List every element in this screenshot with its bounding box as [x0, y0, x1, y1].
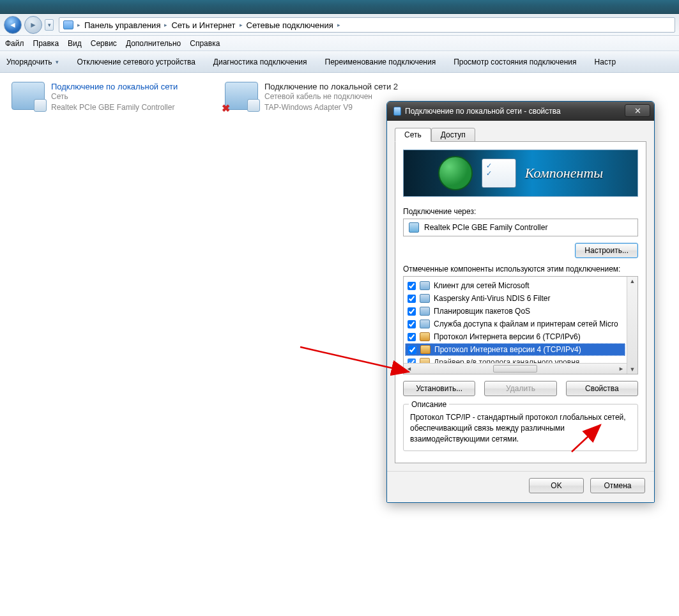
adapter-title-icon: [393, 107, 401, 116]
client-icon: [420, 320, 430, 328]
arrow-right-icon: ►: [29, 20, 37, 29]
component-row[interactable]: Клиент для сетей Microsoft: [405, 279, 625, 292]
network-adapter-icon: ✖: [225, 82, 258, 110]
scrollbar-thumb[interactable]: [493, 365, 538, 373]
component-row[interactable]: Протокол Интернета версии 6 (TCP/IPv6): [405, 330, 625, 343]
dialog-body: Сеть Доступ Компоненты Подключение через…: [387, 121, 654, 471]
component-buttons: Установить... Удалить Свойства: [403, 381, 638, 396]
configure-button[interactable]: Настроить...: [575, 243, 638, 258]
menu-service[interactable]: Сервис: [91, 39, 117, 48]
components-label: Отмеченные компоненты используются этим …: [403, 265, 638, 273]
cmd-status[interactable]: Просмотр состояния подключения: [454, 58, 576, 66]
menu-file[interactable]: Файл: [5, 39, 24, 48]
component-checkbox[interactable]: [408, 282, 416, 290]
component-checkbox[interactable]: [408, 320, 416, 328]
dialog-title-bar[interactable]: Подключение по локальной сети - свойства…: [387, 102, 654, 121]
banner-text: Компоненты: [525, 165, 603, 181]
connection-adapter: Realtek PCIe GBE Family Controller: [51, 102, 178, 113]
address-bar[interactable]: ▸ Панель управления ▸ Сеть и Интернет ▸ …: [59, 17, 675, 33]
cmd-organize[interactable]: Упорядочить ▾: [6, 58, 59, 66]
horizontal-scrollbar[interactable]: ◄ ►: [404, 363, 627, 374]
connect-via-label: Подключение через:: [403, 207, 638, 216]
remove-button: Удалить: [484, 381, 556, 396]
protocol-icon: [420, 345, 431, 354]
properties-button[interactable]: Свойства: [566, 381, 638, 396]
back-button[interactable]: ◄: [4, 16, 22, 34]
vertical-scrollbar[interactable]: ▲ ▼: [627, 277, 637, 374]
scroll-up-icon[interactable]: ▲: [630, 278, 636, 284]
connection-adapter: TAP-Windows Adapter V9: [264, 102, 398, 113]
client-icon: [420, 281, 430, 290]
breadcrumb-control-panel[interactable]: Панель управления ▸: [84, 20, 167, 30]
connection-item-lan1[interactable]: Подключение по локальной сети Сеть Realt…: [11, 82, 210, 113]
tab-strip: Сеть Доступ: [395, 128, 646, 142]
tab-access[interactable]: Доступ: [431, 128, 475, 142]
chevron-right-icon: ▸: [164, 22, 167, 28]
adapter-icon: [409, 222, 419, 233]
component-checkbox[interactable]: [408, 295, 416, 303]
forward-button[interactable]: ►: [24, 16, 42, 34]
breadcrumb-network-connections[interactable]: Сетевые подключения ▸: [247, 20, 340, 30]
menu-edit[interactable]: Правка: [33, 39, 59, 48]
tab-panel-network: Компоненты Подключение через: Realtek PC…: [395, 141, 646, 463]
component-name: Планировщик пакетов QoS: [434, 307, 530, 316]
breadcrumb-label: Панель управления: [84, 20, 160, 30]
component-name: Клиент для сетей Microsoft: [434, 281, 530, 290]
breadcrumb-network-internet[interactable]: Сеть и Интернет ▸: [171, 20, 242, 30]
connection-properties-dialog: Подключение по локальной сети - свойства…: [386, 101, 655, 503]
globe-icon: [438, 156, 473, 190]
client-icon: [420, 307, 430, 316]
component-name: Протокол Интернета версии 6 (TCP/IPv6): [434, 332, 581, 341]
dialog-title: Подключение по локальной сети - свойства: [405, 107, 561, 116]
breadcrumb-label: Сетевые подключения: [247, 20, 333, 30]
protocol-icon: [420, 332, 430, 341]
menu-advanced[interactable]: Дополнительно: [126, 39, 181, 48]
breadcrumb-label: Сеть и Интернет: [171, 20, 235, 30]
dialog-close-button[interactable]: ✕: [625, 104, 650, 117]
component-name: Служба доступа к файлам и принтерам сете…: [434, 320, 618, 328]
menu-bar: Файл Правка Вид Сервис Дополнительно Спр…: [0, 36, 679, 51]
component-checkbox[interactable]: [408, 346, 416, 354]
navigation-bar: ◄ ► ▾ ▸ Панель управления ▸ Сеть и Интер…: [0, 14, 679, 36]
component-checkbox[interactable]: [408, 333, 416, 341]
command-bar: Упорядочить ▾ Отключение сетевого устрой…: [0, 51, 679, 73]
component-row[interactable]: Kaspersky Anti-Virus NDIS 6 Filter: [405, 292, 625, 305]
menu-view[interactable]: Вид: [68, 39, 82, 48]
adapter-name: Realtek PCIe GBE Family Controller: [424, 223, 547, 232]
cmd-diagnose[interactable]: Диагностика подключения: [213, 58, 307, 66]
cmd-disable-device[interactable]: Отключение сетевого устройства: [77, 58, 195, 66]
disconnected-icon: ✖: [222, 102, 230, 114]
chevron-right-icon: ▸: [337, 22, 340, 28]
adapter-display: Realtek PCIe GBE Family Controller: [403, 219, 638, 236]
description-text: Протокол TCP/IP - стандартный протокол г…: [410, 413, 626, 443]
install-button[interactable]: Установить...: [403, 381, 475, 396]
scroll-down-icon[interactable]: ▼: [630, 366, 636, 373]
component-name: Протокол Интернета версии 4 (TCP/IPv4): [434, 345, 581, 354]
cancel-button[interactable]: Отмена: [590, 478, 645, 493]
cmd-label: Упорядочить: [6, 58, 52, 66]
connection-status: Сетевой кабель не подключен: [264, 91, 398, 102]
component-row[interactable]: Планировщик пакетов QoS: [405, 305, 625, 318]
chevron-right-icon: ▸: [240, 22, 243, 28]
component-row[interactable]: Служба доступа к файлам и принтерам сете…: [405, 318, 625, 330]
control-panel-icon: [63, 20, 73, 29]
component-checkbox[interactable]: [408, 307, 416, 316]
ok-button[interactable]: OK: [529, 478, 584, 493]
window-title-bar: [0, 0, 679, 14]
component-row-selected[interactable]: Протокол Интернета версии 4 (TCP/IPv4): [405, 343, 625, 356]
dialog-footer: OK Отмена: [387, 471, 654, 502]
menu-help[interactable]: Справка: [190, 39, 220, 48]
chevron-down-icon: ▾: [56, 59, 59, 65]
history-dropdown[interactable]: ▾: [45, 19, 54, 31]
cmd-rename[interactable]: Переименование подключения: [325, 58, 436, 66]
components-banner: Компоненты: [403, 150, 638, 197]
components-listbox[interactable]: Клиент для сетей Microsoft Kaspersky Ant…: [403, 276, 638, 374]
tab-network[interactable]: Сеть: [395, 128, 431, 142]
arrow-left-icon: ◄: [9, 20, 17, 29]
cmd-settings-truncated[interactable]: Настр: [595, 58, 616, 66]
scroll-right-icon[interactable]: ►: [618, 366, 624, 372]
scroll-left-icon[interactable]: ◄: [406, 366, 412, 372]
client-icon: [420, 294, 430, 303]
network-adapter-icon: [11, 82, 45, 110]
checklist-icon: [482, 158, 516, 188]
